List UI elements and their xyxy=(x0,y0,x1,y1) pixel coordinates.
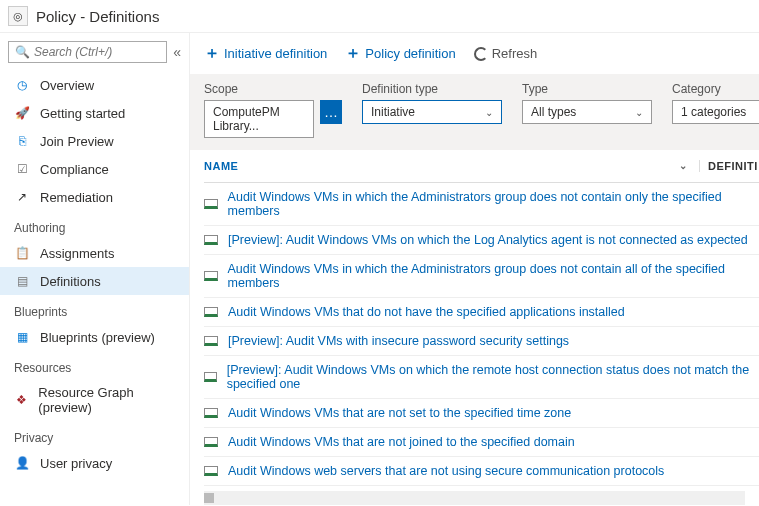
initiative-icon xyxy=(204,271,218,281)
search-field[interactable] xyxy=(34,45,160,59)
table-row[interactable]: Audit Windows VMs that are not set to th… xyxy=(204,399,759,428)
chevron-down-icon: ⌄ xyxy=(635,107,643,118)
nav-group-resources: Resources xyxy=(0,351,189,379)
privacy-icon: 👤 xyxy=(14,455,30,471)
initiative-definition-button[interactable]: ＋ Initiative definition xyxy=(204,43,327,64)
sidebar-item-getting-started[interactable]: 🚀Getting started xyxy=(0,99,189,127)
definition-link[interactable]: Audit Windows web servers that are not u… xyxy=(228,464,664,478)
chevron-down-icon: ⌄ xyxy=(485,107,493,118)
sidebar-item-assignments[interactable]: 📋Assignments xyxy=(0,239,189,267)
sidebar-item-overview[interactable]: ◷Overview xyxy=(0,71,189,99)
sidebar-item-label: Assignments xyxy=(40,246,114,261)
blueprints-icon: ▦ xyxy=(14,329,30,345)
collapse-sidebar-icon[interactable]: « xyxy=(173,44,181,60)
table-row[interactable]: Audit Windows VMs in which the Administr… xyxy=(204,255,759,298)
sidebar-item-label: Blueprints (preview) xyxy=(40,330,155,345)
sidebar-item-definitions[interactable]: ▤Definitions xyxy=(0,267,189,295)
definition-link[interactable]: Audit Windows VMs in which the Administr… xyxy=(228,262,759,290)
category-select[interactable]: 1 categories xyxy=(672,100,759,124)
sidebar-item-label: Getting started xyxy=(40,106,125,121)
plus-icon: ＋ xyxy=(204,43,220,64)
category-label: Category xyxy=(672,82,759,96)
sidebar-item-compliance[interactable]: ☑Compliance xyxy=(0,155,189,183)
refresh-icon xyxy=(474,47,488,61)
initiative-icon xyxy=(204,199,218,209)
sidebar-item-label: Overview xyxy=(40,78,94,93)
initiative-icon xyxy=(204,437,218,447)
initiative-icon xyxy=(204,307,218,317)
page-header: ◎ Policy - Definitions xyxy=(0,0,759,33)
main-content: ＋ Initiative definition ＋ Policy definit… xyxy=(190,33,759,505)
sidebar-item-blueprints-preview-[interactable]: ▦Blueprints (preview) xyxy=(0,323,189,351)
sidebar-item-label: Definitions xyxy=(40,274,101,289)
initiative-icon xyxy=(204,466,218,476)
column-name[interactable]: NAME ⌄ xyxy=(204,160,699,172)
join-icon: ⎘ xyxy=(14,133,30,149)
scrollbar-thumb[interactable] xyxy=(204,493,214,503)
sidebar-item-resource-graph-preview-[interactable]: ❖Resource Graph (preview) xyxy=(0,379,189,421)
sidebar-item-label: Compliance xyxy=(40,162,109,177)
remediation-icon: ↗ xyxy=(14,189,30,205)
refresh-button[interactable]: Refresh xyxy=(474,46,538,61)
sidebar-item-user-privacy[interactable]: 👤User privacy xyxy=(0,449,189,477)
definition-link[interactable]: [Preview]: Audit Windows VMs on which th… xyxy=(228,233,748,247)
definitions-icon: ▤ xyxy=(14,273,30,289)
nav-group-authoring: Authoring xyxy=(0,211,189,239)
nav-group-privacy: Privacy xyxy=(0,421,189,449)
type-select[interactable]: All types ⌄ xyxy=(522,100,652,124)
table-row[interactable]: Audit Windows VMs in which the Administr… xyxy=(204,183,759,226)
column-definition[interactable]: DEFINITI xyxy=(699,160,759,172)
compliance-icon: ☑ xyxy=(14,161,30,177)
search-icon: 🔍 xyxy=(15,45,30,59)
sidebar-item-join-preview[interactable]: ⎘Join Preview xyxy=(0,127,189,155)
table-row[interactable]: Audit Windows web servers that are not u… xyxy=(204,457,759,486)
overview-icon: ◷ xyxy=(14,77,30,93)
resource-graph-icon: ❖ xyxy=(14,392,28,408)
search-input[interactable]: 🔍 xyxy=(8,41,167,63)
definitions-table: NAME ⌄ DEFINITI Audit Windows VMs in whi… xyxy=(190,150,759,487)
policy-icon: ◎ xyxy=(8,6,28,26)
plus-icon: ＋ xyxy=(345,43,361,64)
rocket-icon: 🚀 xyxy=(14,105,30,121)
assignments-icon: 📋 xyxy=(14,245,30,261)
toolbar: ＋ Initiative definition ＋ Policy definit… xyxy=(190,33,759,74)
sidebar-item-label: Remediation xyxy=(40,190,113,205)
scope-select[interactable]: ComputePM Library... xyxy=(204,100,314,138)
definition-link[interactable]: [Preview]: Audit Windows VMs on which th… xyxy=(227,363,759,391)
sidebar-item-label: Resource Graph (preview) xyxy=(38,385,175,415)
deftype-label: Definition type xyxy=(362,82,502,96)
table-row[interactable]: [Preview]: Audit Windows VMs on which th… xyxy=(204,226,759,255)
sort-chevron-icon: ⌄ xyxy=(679,160,688,172)
table-row[interactable]: Audit Windows VMs on which the specified… xyxy=(204,486,759,487)
sidebar-item-label: Join Preview xyxy=(40,134,114,149)
initiative-icon xyxy=(204,408,218,418)
scope-label: Scope xyxy=(204,82,342,96)
definition-link[interactable]: [Preview]: Audit VMs with insecure passw… xyxy=(228,334,569,348)
type-label: Type xyxy=(522,82,652,96)
deftype-select[interactable]: Initiative ⌄ xyxy=(362,100,502,124)
initiative-icon xyxy=(204,372,217,382)
definition-link[interactable]: Audit Windows VMs that are not set to th… xyxy=(228,406,571,420)
scope-picker-button[interactable]: … xyxy=(320,100,342,124)
initiative-icon xyxy=(204,235,218,245)
initiative-icon xyxy=(204,336,218,346)
table-row[interactable]: [Preview]: Audit Windows VMs on which th… xyxy=(204,356,759,399)
definition-link[interactable]: Audit Windows VMs in which the Administr… xyxy=(228,190,759,218)
filter-bar: Scope ComputePM Library... … Definition … xyxy=(190,74,759,150)
table-row[interactable]: Audit Windows VMs that are not joined to… xyxy=(204,428,759,457)
horizontal-scrollbar[interactable] xyxy=(204,491,745,505)
policy-definition-button[interactable]: ＋ Policy definition xyxy=(345,43,455,64)
page-title: Policy - Definitions xyxy=(36,8,159,25)
table-row[interactable]: [Preview]: Audit VMs with insecure passw… xyxy=(204,327,759,356)
definition-link[interactable]: Audit Windows VMs that are not joined to… xyxy=(228,435,575,449)
sidebar-item-label: User privacy xyxy=(40,456,112,471)
sidebar: 🔍 « ◷Overview🚀Getting started⎘Join Previ… xyxy=(0,33,190,505)
definition-link[interactable]: Audit Windows VMs that do not have the s… xyxy=(228,305,625,319)
table-row[interactable]: Audit Windows VMs that do not have the s… xyxy=(204,298,759,327)
nav-group-blueprints: Blueprints xyxy=(0,295,189,323)
sidebar-item-remediation[interactable]: ↗Remediation xyxy=(0,183,189,211)
